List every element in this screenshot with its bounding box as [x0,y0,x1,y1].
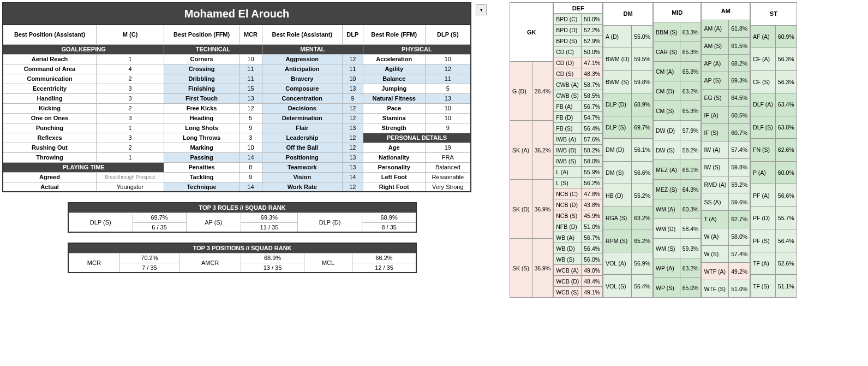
mental-attr-name: Leadership [262,133,342,143]
role-name: AM (A) [702,20,729,37]
role-row: BPD (C)50.0% [554,14,603,25]
role-name: PF (A) [751,184,776,207]
top3-pos-1-pct: 68.9% [241,253,304,263]
gk-attr-val: 2 [97,143,164,152]
role-name: BPD (D) [554,25,582,36]
role-pct: 56.2% [582,178,603,188]
tech-attr-name: Technique [164,182,240,192]
dropdown-icon[interactable]: ▾ [476,4,487,15]
top3-pos-0-rank: 7 / 35 [119,263,179,273]
role-name: SK (D) [510,180,532,239]
role-row: L (S)56.2% [554,178,603,188]
role-row: DW (S)58.2% [654,140,701,160]
personal-name: Age [363,143,425,152]
role-name: HB (D) [603,184,632,207]
tech-attr-name: Tackling [164,172,240,182]
gk-attr-val: 1 [97,54,164,64]
role-name: FB (S) [554,123,582,134]
role-name: WCB (A) [554,265,582,276]
section-technical: TECHNICAL [164,44,262,54]
role-row: DW (D)57.9% [654,121,701,140]
role-name: WB (S) [554,254,582,265]
tech-attr-val: 10 [240,143,262,152]
top3-pos-1-name: AMCR [179,253,241,273]
phys-attr-val: 5 [425,84,471,93]
role-name: VOL (S) [603,275,632,298]
role-pct: 56.3% [775,48,797,71]
mental-attr-name: Off the Ball [262,143,342,152]
role-pct: 56.6% [632,161,653,184]
role-row: WB (A)56.7% [554,232,603,243]
top3-role-1-pct: 69.3% [241,212,297,222]
role-row: NFB (D)51.0% [554,221,603,232]
gk-attr-name: Rushing Out [3,143,97,152]
role-name: WB (D) [554,243,582,254]
role-row: MEZ (S)64.3% [654,180,701,199]
mental-attr-name: Composure [262,84,342,93]
phys-attr-name: Jumping [363,84,425,93]
role-pct: 62.6% [775,139,797,162]
role-pct: 60.9% [775,25,797,48]
role-name: RPM (S) [603,229,632,252]
mental-attr-val: 13 [342,152,363,162]
role-row: W (A)58.0% [702,228,750,245]
gk-attr-val: 1 [97,123,164,133]
role-row: P (A)60.0% [751,161,797,184]
mental-attr-val: 13 [342,123,363,133]
gk-attr-val: 3 [97,133,164,143]
top3-pos-2-pct: 66.2% [352,253,416,263]
playing-time-actual-label: Actual [3,182,97,192]
role-pct: 60.5% [729,107,750,124]
role-name: IF (S) [702,124,729,141]
role-pct: 28.4% [532,62,553,121]
tech-attr-name: Long Shots [164,123,240,133]
role-name: WP (S) [654,278,680,298]
role-pct: 51.1% [775,275,797,298]
role-name: IF (A) [702,107,729,124]
role-pct: 58.2% [582,145,603,156]
role-pct: 55.9% [582,167,603,178]
top3-pos-0-name: MCR [68,253,119,273]
tech-attr-name: Finishing [164,84,240,93]
role-pct: 60.0% [775,161,797,184]
role-pct: 43.8% [582,199,603,210]
section-physical: PHYSICAL [363,44,471,54]
role-name: DM (S) [603,161,632,184]
gk-attr-name: Communication [3,74,97,84]
role-row: AM (A)61.8% [702,20,750,37]
role-name: BWM (S) [603,70,632,93]
role-pct: 65.0% [680,278,701,298]
role-pct: 56.7% [582,232,603,243]
top3-roles-title: TOP 3 ROLES // SQUAD RANK [68,203,416,212]
role-pct: 50.0% [582,14,603,25]
role-row: RPM (S)65.2% [603,229,653,252]
role-row: DLF (S)63.8% [751,116,797,139]
role-name: G (D) [510,62,532,121]
role-row: IWB (A)57.6% [554,134,603,145]
mental-attr-val: 12 [342,143,363,152]
role-pct: 58.2% [680,140,701,160]
mental-attr-name: Concentration [262,93,342,103]
tech-attr-name: Heading [164,113,240,123]
role-row: BWM (D)59.5% [603,48,653,71]
role-row: MEZ (A)66.1% [654,160,701,180]
mental-attr-name: Determination [262,113,342,123]
role-pct: 58.4% [680,219,701,239]
role-row: CM (S)65.3% [654,101,701,121]
role-pct: 62.7% [729,211,750,228]
player-name[interactable]: Mohamed El Arouch [3,3,471,25]
role-name: TF (S) [751,275,776,298]
role-name: DLF (A) [751,93,776,116]
role-name: CWB (A) [554,79,582,90]
mental-attr-val: 12 [342,133,363,143]
role-row: RGA (S)63.2% [603,206,653,229]
role-row: CF (A)56.3% [751,48,797,71]
top3-role-2-rank: 8 / 35 [362,222,416,232]
mental-attr-val: 14 [342,172,363,182]
role-pct: 64.5% [729,89,750,107]
role-row: AP (A)68.2% [702,55,750,72]
role-pct: 58.0% [582,156,603,167]
role-row: WCB (D)48.4% [554,276,603,287]
role-row: VOL (A)56.9% [603,252,653,275]
top3-role-0-name: DLP (S) [68,212,133,232]
